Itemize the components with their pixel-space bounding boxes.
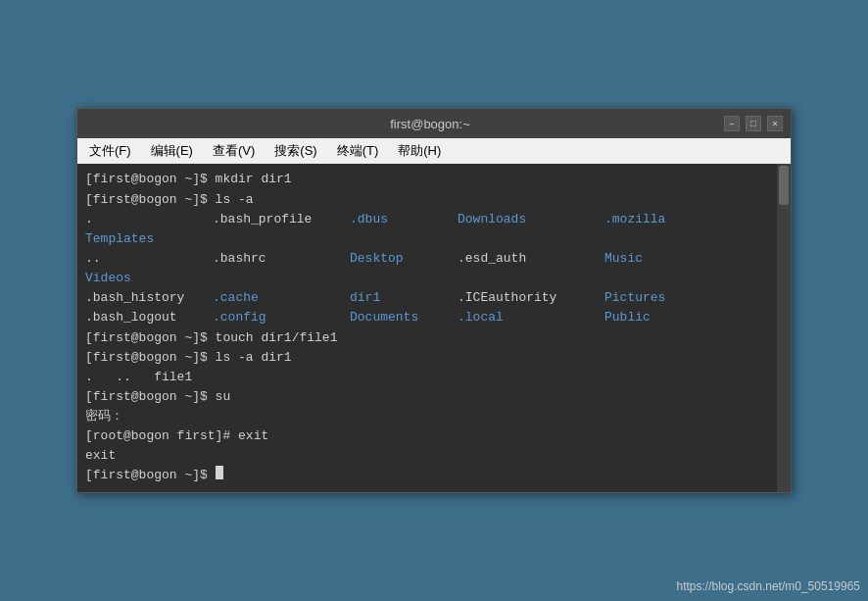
cursor xyxy=(216,466,223,479)
menu-terminal[interactable]: 终端(T) xyxy=(329,140,387,162)
menu-bar: 文件(F) 编辑(E) 查看(V) 搜索(S) 终端(T) 帮助(H) xyxy=(77,138,791,164)
title-bar: first@bogon:~ – □ ✕ xyxy=(77,109,791,138)
terminal-line: [first@bogon ~]$ touch dir1/file1 xyxy=(85,328,769,348)
window-title: first@bogon:~ xyxy=(136,117,724,131)
terminal-line: [first@bogon ~]$ su xyxy=(85,387,769,407)
ls-output: . .bash_profile .dbus Downloads .mozilla… xyxy=(85,210,769,328)
window-controls: – □ ✕ xyxy=(724,116,783,131)
terminal-line: exit xyxy=(85,446,769,466)
terminal-line: [first@bogon ~]$ xyxy=(85,466,769,485)
menu-help[interactable]: 帮助(H) xyxy=(390,140,449,162)
terminal-body[interactable]: [first@bogon ~]$ mkdir dir1 [first@bogon… xyxy=(77,164,777,491)
watermark: https://blog.csdn.net/m0_50519965 xyxy=(677,579,860,593)
close-button[interactable]: ✕ xyxy=(767,116,783,131)
menu-view[interactable]: 查看(V) xyxy=(205,140,263,162)
terminal-line: [first@bogon ~]$ ls -a dir1 xyxy=(85,348,769,368)
menu-file[interactable]: 文件(F) xyxy=(81,140,139,162)
terminal-line: [first@bogon ~]$ mkdir dir1 xyxy=(85,170,769,189)
terminal-window: first@bogon:~ – □ ✕ 文件(F) 编辑(E) 查看(V) 搜索… xyxy=(76,108,792,492)
terminal-line: 密码： xyxy=(85,407,769,426)
minimize-button[interactable]: – xyxy=(724,116,740,131)
terminal-line: [root@bogon first]# exit xyxy=(85,426,769,446)
scrollbar-thumb[interactable] xyxy=(779,166,789,205)
menu-search[interactable]: 搜索(S) xyxy=(266,140,324,162)
terminal-line: . .. file1 xyxy=(85,368,769,387)
terminal-scroll-area: [first@bogon ~]$ mkdir dir1 [first@bogon… xyxy=(77,164,791,491)
terminal-line: [first@bogon ~]$ ls -a xyxy=(85,190,769,210)
menu-edit[interactable]: 编辑(E) xyxy=(143,140,201,162)
scrollbar[interactable] xyxy=(777,164,791,491)
maximize-button[interactable]: □ xyxy=(746,116,761,131)
